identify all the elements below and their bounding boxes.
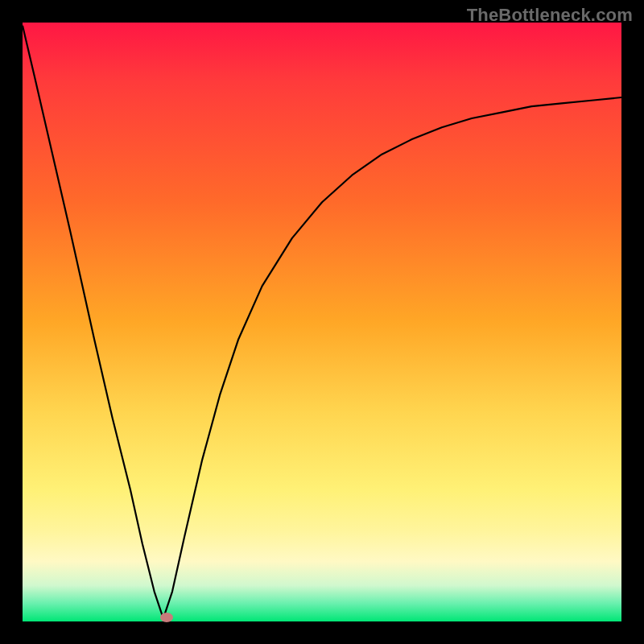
curve-svg xyxy=(23,23,621,621)
bottleneck-curve xyxy=(23,26,621,619)
plot-area xyxy=(23,23,621,621)
current-point-marker xyxy=(160,613,173,622)
chart-frame: TheBottleneck.com xyxy=(0,0,644,644)
